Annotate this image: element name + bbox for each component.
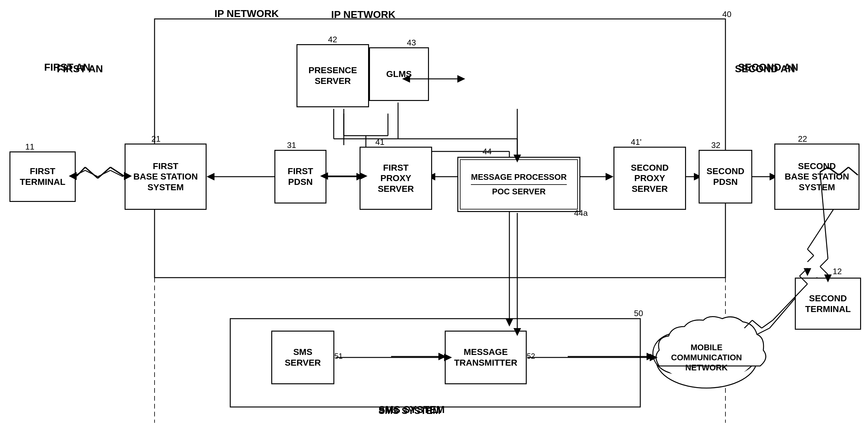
svg-line-78 [820,267,828,274]
second-base-station-box: SECONDBASE STATIONSYSTEM [774,144,860,210]
first-terminal-box: FIRSTTERMINAL [9,151,76,202]
first-an-text: FIRST AN [57,63,103,75]
ref-44: 44 [483,147,492,156]
mobile-comm-network-cloud: MOBILE COMMUNICATION NETWORK [647,309,767,397]
sms-system-text: SMS SYSTEM [378,405,441,416]
svg-marker-20 [606,173,614,180]
poc-server-box: MESSAGE PROCESSOR POC SERVER [457,157,580,212]
ref-31: 31 [287,140,296,150]
ip-network-text: IP NETWORK [331,9,396,21]
svg-text:MOBILE: MOBILE [690,343,722,352]
svg-line-7 [98,170,111,177]
svg-line-31 [807,256,814,262]
ip-network-label: IP NETWORK [215,8,279,20]
svg-line-30 [807,249,814,256]
ref-42: 42 [328,35,337,45]
svg-text:NETWORK: NETWORK [685,363,728,372]
message-transmitter-box: MESSAGETRANSMITTER [445,331,527,384]
ref-32: 32 [711,140,720,150]
svg-line-69 [111,167,124,176]
ref-40: 40 [722,9,732,19]
first-base-station-box: FIRSTBASE STATIONSYSTEM [125,144,207,210]
svg-line-8 [111,170,123,177]
ref-43: 43 [407,38,416,48]
ref-41prime: 41' [631,137,642,147]
ref-21: 21 [151,134,160,144]
svg-line-66 [76,167,85,176]
second-pdsn-box: SECONDPDSN [699,150,752,204]
svg-line-67 [85,167,98,178]
svg-line-77 [820,259,828,267]
svg-marker-11 [207,173,215,180]
sms-server-box: SMSSERVER [271,331,334,384]
second-proxy-server-box: SECONDPROXYSERVER [614,147,686,210]
ref-11: 11 [25,142,34,152]
first-pdsn-box: FIRSTPDSN [274,150,327,204]
ref-12: 12 [833,267,842,276]
svg-marker-93 [457,75,465,83]
ref-22: 22 [798,134,807,144]
second-terminal-box: SECONDTERMINAL [795,277,861,330]
ref-44a: 44a [574,208,588,218]
ref-51: 51 [334,352,343,361]
svg-line-85 [800,268,807,276]
svg-marker-43 [505,319,513,327]
glms-box: GLMS [369,47,429,101]
presence-server-box: PRESENCESERVER [297,44,369,107]
svg-line-68 [98,167,111,178]
second-an-text: SECOND AN [735,63,795,75]
svg-line-6 [85,170,98,177]
first-proxy-server-box: FIRSTPROXYSERVER [360,147,432,210]
ref-41: 41 [375,137,384,147]
svg-marker-86 [804,268,811,276]
ref-50: 50 [634,308,643,318]
ref-52: 52 [527,352,535,361]
diagram: IP NETWORK FIRST AN SECOND AN SMS SYSTEM… [0,0,868,442]
svg-text:COMMUNICATION: COMMUNICATION [671,353,742,362]
